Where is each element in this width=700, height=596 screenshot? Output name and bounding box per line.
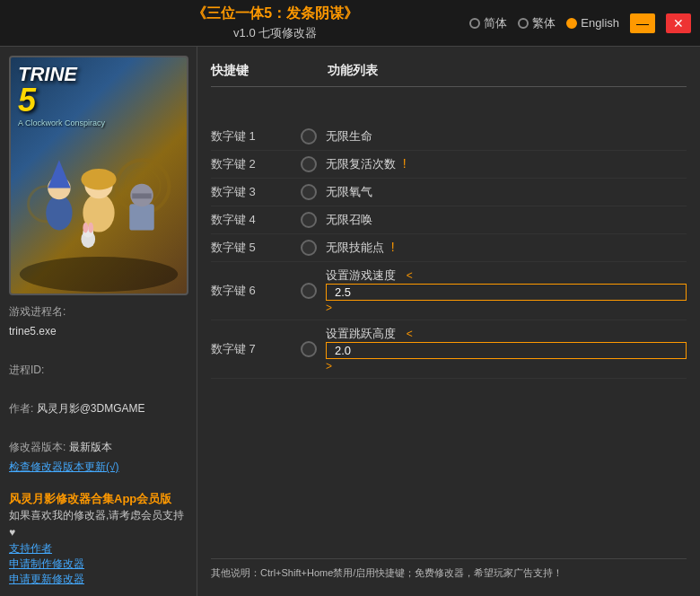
speed-decrease-6[interactable]: < xyxy=(407,269,413,282)
cheat-name-5: 无限技能点 ! xyxy=(326,240,687,256)
title-center: 《三位一体5：发条阴谋》 v1.0 七项修改器 xyxy=(81,4,469,41)
svg-point-15 xyxy=(88,223,93,233)
process-label: 游戏进程名: xyxy=(9,305,66,318)
svg-point-0 xyxy=(20,257,178,292)
lang-simplified-label: 简体 xyxy=(484,15,507,31)
footer-text: 其他说明：Ctrl+Shift+Home禁用/启用快捷键；免费修改器，希望玩家广… xyxy=(211,567,563,578)
cheat-key-5: 数字键 5 xyxy=(211,240,301,256)
minimize-button[interactable]: — xyxy=(630,13,655,33)
svg-point-6 xyxy=(81,169,116,190)
svg-point-14 xyxy=(83,223,88,233)
table-row: 数字键 3 无限氧气 xyxy=(211,179,687,206)
game-image: TRINE 5 A Clockwork Conspiracy xyxy=(9,56,188,295)
warning-icon-5: ! xyxy=(391,240,395,254)
svg-rect-9 xyxy=(132,194,152,199)
promotion-section: 风灵月影修改器合集App会员版 如果喜欢我的修改器,请考虑会员支持 ♥ 支持作者… xyxy=(9,490,188,587)
cheat-name-3: 无限氧气 xyxy=(326,184,687,200)
main-content: TRINE 5 A Clockwork Conspiracy xyxy=(0,47,700,596)
speed-value-7: 2.0 xyxy=(330,344,355,357)
request-update-link[interactable]: 申请更新修改器 xyxy=(9,572,188,587)
update-link[interactable]: 检查修改器版本更新(√) xyxy=(9,460,119,473)
cheat-toggle-4[interactable] xyxy=(301,212,317,228)
lang-traditional-label: 繁体 xyxy=(532,15,556,31)
table-row: 数字键 4 无限召唤 xyxy=(211,206,687,234)
main-title: 《三位一体5：发条阴谋》 xyxy=(192,4,358,23)
col-key-header: 快捷键 xyxy=(211,63,301,79)
col-func-header: 功能列表 xyxy=(328,63,687,79)
game-title-num: 5 xyxy=(18,84,105,117)
lang-controls: 简体 繁体 English — ✕ xyxy=(469,13,691,33)
cheat-key-4: 数字键 4 xyxy=(211,212,301,228)
cheat-key-6: 数字键 6 xyxy=(211,283,301,299)
author-label: 作者: xyxy=(9,402,33,415)
pid-label: 进程ID: xyxy=(9,364,44,376)
cheat-key-7: 数字键 7 xyxy=(211,341,301,357)
table-row: 数字键 2 无限复活次数 ! xyxy=(211,151,687,179)
character-figures xyxy=(11,132,187,294)
cheat-toggle-6[interactable] xyxy=(301,283,317,299)
speed-increase-7[interactable]: > xyxy=(326,360,332,372)
warning-icon-2: ! xyxy=(403,156,407,171)
speed-decrease-7[interactable]: < xyxy=(407,328,413,340)
cheat-key-2: 数字键 2 xyxy=(211,156,301,172)
cheat-toggle-7[interactable] xyxy=(301,341,317,357)
cheat-key-3: 数字键 3 xyxy=(211,184,301,200)
cheat-name-2: 无限复活次数 ! xyxy=(326,156,687,172)
table-row: 数字键 5 无限技能点 ! xyxy=(211,234,687,262)
author-info: 作者: 风灵月影@3DMGAME xyxy=(9,399,188,419)
support-text: 如果喜欢我的修改器,请考虑会员支持 ♥ xyxy=(9,507,188,541)
game-info: 游戏进程名: trine5.exe 进程ID: 作者: 风灵月影@3DMGAME… xyxy=(9,302,188,477)
process-info: 游戏进程名: trine5.exe xyxy=(9,302,188,341)
cheat-toggle-3[interactable] xyxy=(301,184,317,200)
cheat-name-6: 设置游戏速度 < 2.5 > xyxy=(326,267,687,314)
table-row: 数字键 6 设置游戏速度 < 2.5 > xyxy=(211,262,687,320)
left-panel: TRINE 5 A Clockwork Conspiracy xyxy=(0,47,197,596)
radio-traditional xyxy=(518,18,529,29)
app-link[interactable]: 风灵月影修改器合集App会员版 xyxy=(9,492,171,505)
request-mod-link[interactable]: 申请制作修改器 xyxy=(9,557,188,572)
cheat-name-1: 无限生命 xyxy=(326,128,687,145)
table-header: 快捷键 功能列表 xyxy=(211,56,687,87)
radio-english xyxy=(566,18,577,29)
author-value: 风灵月影@3DMGAME xyxy=(37,402,145,415)
speed-value-6: 2.5 xyxy=(330,285,355,299)
process-value: trine5.exe xyxy=(9,325,57,337)
support-author-link[interactable]: 支持作者 xyxy=(9,541,188,557)
game-subtitle: A Clockwork Conspiracy xyxy=(18,118,105,127)
radio-simplified xyxy=(469,18,480,29)
svg-point-10 xyxy=(46,196,72,231)
cheat-key-1: 数字键 1 xyxy=(211,128,301,145)
cheat-name-7: 设置跳跃高度 < 2.0 > xyxy=(326,326,687,372)
lang-traditional[interactable]: 繁体 xyxy=(518,15,556,31)
table-row: 数字键 7 设置跳跃高度 < 2.0 > xyxy=(211,320,687,379)
cheat-name-4: 无限召唤 xyxy=(326,212,687,228)
version-label: 修改器版本: xyxy=(9,441,66,453)
cheat-toggle-2[interactable] xyxy=(301,156,317,172)
lang-english-label: English xyxy=(581,16,619,30)
speed-increase-6[interactable]: > xyxy=(326,302,332,314)
pid-info: 进程ID: xyxy=(9,361,188,381)
cheat-list: 数字键 1 无限生命 数字键 2 无限复活次数 ! 数字键 3 无限氧气 xyxy=(211,123,687,379)
version-info: 修改器版本: 最新版本 xyxy=(9,438,188,458)
sub-title: v1.0 七项修改器 xyxy=(233,25,317,41)
cheat-toggle-1[interactable] xyxy=(301,128,317,145)
table-row: 数字键 1 无限生命 xyxy=(211,123,687,151)
title-bar: 《三位一体5：发条阴谋》 v1.0 七项修改器 简体 繁体 English — … xyxy=(0,0,700,47)
right-panel: 快捷键 功能列表 数字键 1 无限生命 数字键 2 无限复活次数 ! xyxy=(197,47,700,596)
game-image-text: TRINE 5 A Clockwork Conspiracy xyxy=(18,65,105,127)
lang-english[interactable]: English xyxy=(566,16,619,30)
close-button[interactable]: ✕ xyxy=(666,13,691,33)
svg-rect-7 xyxy=(129,204,153,230)
footer-bar: 其他说明：Ctrl+Shift+Home禁用/启用快捷键；免费修改器，希望玩家广… xyxy=(211,558,687,587)
version-value: 最新版本 xyxy=(69,441,112,453)
cheat-toggle-5[interactable] xyxy=(301,240,317,256)
lang-simplified[interactable]: 简体 xyxy=(469,15,507,31)
